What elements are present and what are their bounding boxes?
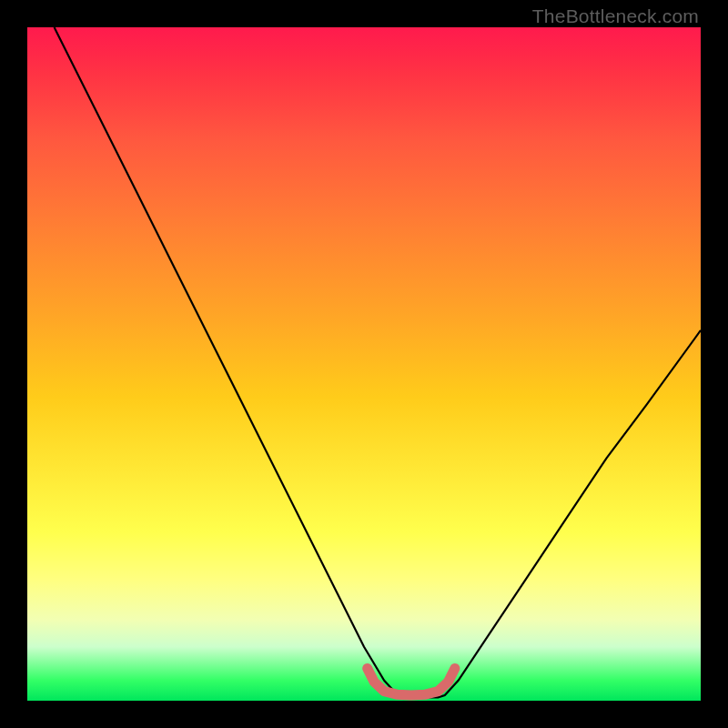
chart-container: TheBottleneck.com [0, 0, 728, 728]
chart-svg [27, 27, 701, 701]
attribution-text: TheBottleneck.com [532, 5, 699, 27]
bottleneck-curve-line [55, 27, 701, 697]
plot-area [27, 27, 701, 701]
